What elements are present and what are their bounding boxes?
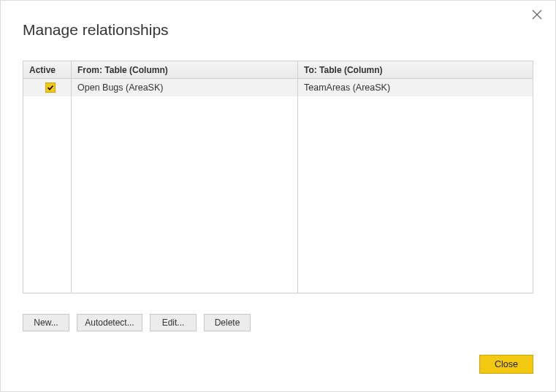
table-header-row: Active From: Table (Column) To: Table (C… xyxy=(23,61,533,79)
close-icon[interactable] xyxy=(532,9,544,21)
cell-to: TeamAreas (AreaSK) xyxy=(298,79,533,96)
cell-from: Open Bugs (AreaSK) xyxy=(72,79,298,96)
header-to[interactable]: To: Table (Column) xyxy=(298,61,533,78)
dialog-title: Manage relationships xyxy=(23,21,533,39)
dialog-footer: Close xyxy=(23,355,533,374)
close-button[interactable]: Close xyxy=(479,355,533,374)
action-buttons: New... Autodetect... Edit... Delete xyxy=(23,314,533,331)
cell-active xyxy=(23,79,72,96)
header-active[interactable]: Active xyxy=(23,61,72,78)
active-checkbox[interactable] xyxy=(45,82,56,93)
table-empty-area xyxy=(23,96,533,293)
manage-relationships-dialog: Manage relationships Active From: Table … xyxy=(1,1,555,391)
header-from[interactable]: From: Table (Column) xyxy=(72,61,298,78)
edit-button[interactable]: Edit... xyxy=(150,314,197,331)
table-row[interactable]: Open Bugs (AreaSK) TeamAreas (AreaSK) xyxy=(23,79,533,96)
relationships-table: Active From: Table (Column) To: Table (C… xyxy=(23,61,533,293)
table-body: Open Bugs (AreaSK) TeamAreas (AreaSK) xyxy=(23,79,533,293)
delete-button[interactable]: Delete xyxy=(204,314,251,331)
autodetect-button[interactable]: Autodetect... xyxy=(77,314,142,331)
new-button[interactable]: New... xyxy=(23,314,69,331)
